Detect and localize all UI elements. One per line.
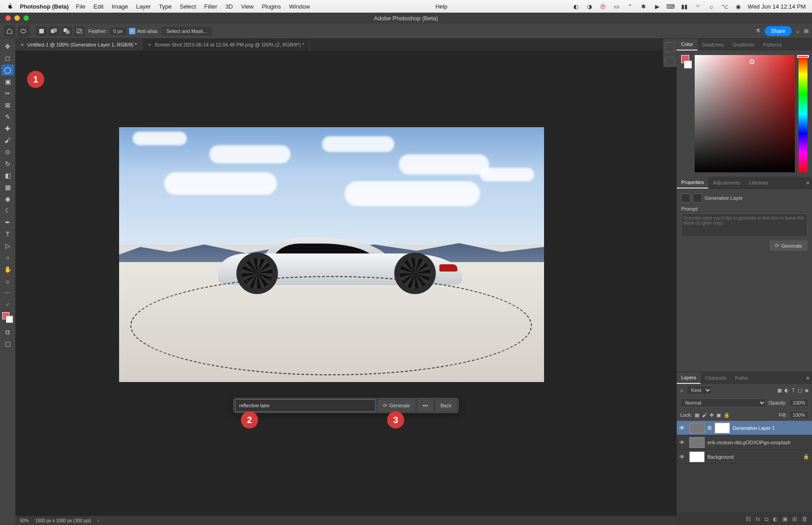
statusicon-bluetooth[interactable]: ✱ [639,3,649,10]
canvas-area[interactable]: ⟳Generate ••• Back 1 2 3 [15,51,677,516]
apple-icon[interactable] [6,3,14,10]
screenmode-icon[interactable]: ▢ [1,338,14,349]
saturation-value-picker[interactable] [695,55,795,172]
statusicon-record[interactable]: ⦿ [598,3,608,10]
hand-tool-icon[interactable]: ✋ [1,264,14,275]
lock-transparency-icon[interactable]: ▦ [695,412,699,418]
statusicon-1[interactable]: ◐ [571,3,581,10]
dodge-tool-icon[interactable]: ☾ [1,205,14,216]
tab-layers[interactable]: Layers [677,372,701,384]
filter-smart-icon[interactable]: ◈ [805,387,808,393]
lock-artboard-icon[interactable]: ▣ [716,412,721,418]
tab-properties[interactable]: Properties [677,177,708,189]
layer-name[interactable]: erik-mclean-dbLgODXOPgo-unsplash [707,440,791,445]
heal-tool-icon[interactable]: ✚ [1,123,14,134]
layer-style-icon[interactable]: fx [756,516,760,522]
menu-layer[interactable]: Layer [136,3,151,10]
filter-pixel-icon[interactable]: ▦ [777,387,782,393]
delete-layer-icon[interactable]: 🗑 [802,516,807,522]
filter-adjust-icon[interactable]: ◐ [784,387,789,393]
tab-channels[interactable]: Channels [701,372,730,384]
tab-libraries[interactable]: Libraries [745,177,773,189]
marquee-tool-icon[interactable]: ◻ [1,53,14,64]
menu-help[interactable]: Help [435,3,448,10]
tab-adjustments[interactable]: Adjustments [708,177,745,189]
add-selection-icon[interactable] [49,26,60,36]
menu-select[interactable]: Select [180,3,196,10]
frame-tool-icon[interactable]: ⊠ [1,100,14,111]
app-name[interactable]: Photoshop (Beta) [20,3,69,10]
home-icon[interactable] [4,25,15,37]
colorpanel-swatches[interactable] [681,55,692,69]
background-swatch[interactable] [6,316,13,323]
stamp-tool-icon[interactable]: ⊙ [1,147,14,157]
layer-name[interactable]: Background [707,454,734,460]
visibility-toggle-icon[interactable]: 👁 [679,454,687,460]
lock-pixels-icon[interactable]: 🖌 [702,412,707,418]
type-tool-icon[interactable]: T [1,229,14,239]
menu-type[interactable]: Type [159,3,171,10]
gradient-tool-icon[interactable]: ▦ [1,182,14,193]
zoom-tool-icon[interactable]: ⌕ [1,276,14,286]
lasso-tool-icon[interactable]: ◯ [1,64,14,75]
status-expand-icon[interactable]: › [97,518,99,523]
lock-all-icon[interactable]: 🔒 [724,412,730,418]
intersect-selection-icon[interactable] [74,26,85,36]
crop-tool-icon[interactable]: ✂ [1,88,14,99]
edit-toolbar-icon[interactable]: ⋯ [1,287,14,298]
statusicon-folder[interactable]: ▭ [612,3,622,10]
tab-gradients[interactable]: Gradients [728,39,759,51]
search-icon[interactable]: ⌕ [796,28,799,34]
properties-generate-button[interactable]: ⟳Generate [770,240,807,251]
pen-tool-icon[interactable]: ✒ [1,217,14,228]
layer-row[interactable]: 👁 ⛓ Generative Layer 1 [677,421,812,435]
new-layer-icon[interactable]: ⊞ [792,516,797,522]
anti-alias-checkbox[interactable]: ✓ [129,28,135,34]
menu-view[interactable]: View [241,3,254,10]
properties-prompt-input[interactable] [681,213,807,237]
panel-menu-icon[interactable]: ≡ [807,180,812,185]
menu-image[interactable]: Image [112,3,128,10]
link-layers-icon[interactable]: ⛓ [745,516,751,522]
color-swatches[interactable] [2,312,13,323]
blur-tool-icon[interactable]: ◉ [1,193,14,204]
panel-menu-icon[interactable]: ≡ [807,375,812,381]
new-group-icon[interactable]: ▣ [782,516,788,522]
generate-button[interactable]: ⟳Generate [378,399,415,412]
eyedropper-tool-icon[interactable]: ✎ [1,111,14,122]
close-tab-icon[interactable]: × [21,42,23,47]
filter-shape-icon[interactable]: ▢ [798,387,802,393]
mask-thumbnail[interactable] [715,423,730,433]
layer-name[interactable]: Generative Layer 1 [733,425,775,431]
workspace-icon[interactable]: ▤ [804,28,808,34]
menu-edit[interactable]: Edit [93,3,103,10]
fill-input[interactable]: 100% [789,411,808,419]
document-canvas[interactable] [119,127,544,382]
new-selection-icon[interactable] [36,26,47,36]
filter-type-icon[interactable]: T [792,387,795,393]
menu-filter[interactable]: Filter [204,3,217,10]
new-adjust-icon[interactable]: ◐ [773,516,778,522]
move-tool-icon[interactable]: ✥ [1,41,14,52]
menu-window[interactable]: Window [289,3,310,10]
menu-plugins[interactable]: Plugins [262,3,281,10]
layer-thumbnail[interactable] [689,451,705,462]
visibility-toggle-icon[interactable]: 👁 [679,425,687,431]
statusicon-battery[interactable]: ▮▮ [679,3,689,10]
generative-prompt-input[interactable] [235,399,376,412]
brush-tool-icon[interactable]: 🖌 [1,135,14,146]
layer-thumbnail[interactable] [689,423,705,433]
feather-input[interactable]: 0 px [110,28,126,35]
collapsed-panel-icon[interactable] [665,42,675,52]
tab-swatches[interactable]: Swatches [697,39,728,51]
collapsed-panel-icon[interactable] [665,57,675,67]
more-options-button[interactable]: ••• [417,399,434,412]
statusicon-siri[interactable]: ◉ [734,3,743,10]
layer-row[interactable]: 👁 erik-mclean-dbLgODXOPgo-unsplash [677,435,812,450]
tool-preset-icon[interactable] [18,25,30,37]
toggle-fgbg-icon[interactable]: ⤢ [1,299,14,310]
quickmask-icon[interactable]: ◘ [1,327,14,337]
share-button[interactable]: Share [765,26,792,36]
statusicon-control-center[interactable]: ⌥ [720,3,730,10]
hue-slider[interactable] [798,55,807,172]
